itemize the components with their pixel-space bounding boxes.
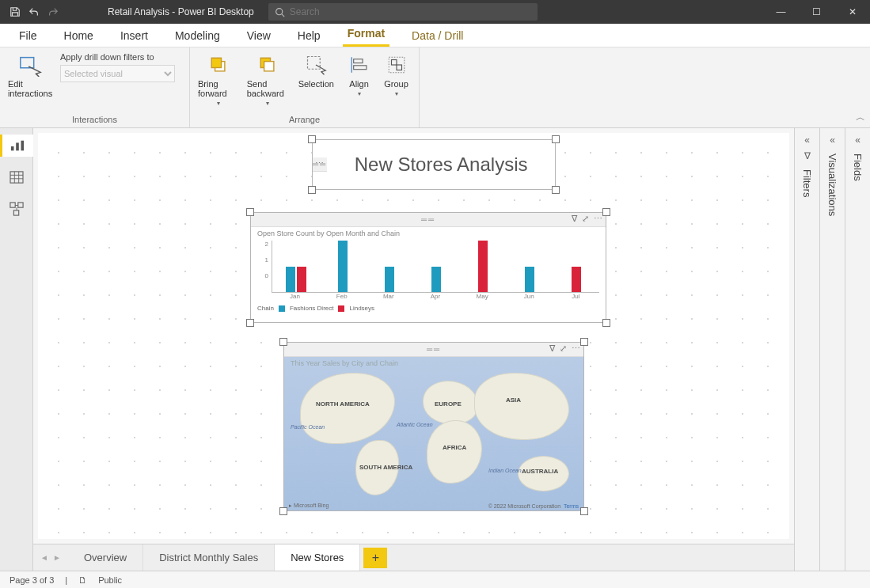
focus-icon[interactable]: ⤢ — [560, 343, 567, 354]
svg-rect-10 — [353, 66, 366, 70]
chevron-down-icon: ▾ — [395, 90, 398, 97]
filter-icon[interactable]: ∇ — [549, 343, 555, 354]
drill-filter-select[interactable]: Selected visual — [60, 65, 175, 82]
resize-handle[interactable] — [580, 507, 588, 515]
svg-rect-24 — [13, 211, 18, 215]
tab-format[interactable]: Format — [343, 22, 389, 47]
chevron-down-icon: ▾ — [358, 90, 361, 97]
align-button[interactable]: Align ▾ — [344, 52, 374, 97]
ribbon: Edit interactions Apply drill down filte… — [0, 47, 870, 128]
resize-handle[interactable] — [279, 507, 287, 515]
ocean-atlantic: Atlantic Ocean — [397, 422, 433, 427]
drill-filter-caption: Apply drill down filters to — [60, 52, 175, 62]
resize-handle[interactable] — [246, 319, 254, 327]
send-backward-button[interactable]: Send backward ▾ — [247, 52, 288, 107]
bring-forward-button[interactable]: Bring forward ▾ — [198, 52, 239, 107]
tab-modeling[interactable]: Modeling — [170, 25, 225, 47]
fields-pane[interactable]: « Fields — [845, 128, 870, 571]
nav-report-icon[interactable] — [0, 135, 33, 157]
search-icon — [275, 7, 285, 17]
map-visual[interactable]: ══ ∇⤢⋯ This Year Sales by City and Chain… — [283, 342, 584, 511]
map-label-sa: SOUTH AMERICA — [359, 464, 412, 471]
ocean-indian: Indian Ocean — [488, 468, 522, 473]
prev-page-icon[interactable]: ◄ — [40, 553, 48, 562]
filter-icon[interactable]: ∇ — [572, 214, 577, 224]
ribbon-group-arrange: Arrange — [198, 113, 411, 126]
more-icon[interactable]: ⋯ — [572, 343, 580, 354]
more-icon[interactable]: ⋯ — [315, 158, 324, 169]
resize-handle[interactable] — [246, 208, 254, 216]
resize-handle[interactable] — [279, 338, 287, 346]
visualizations-label: Visualizations — [826, 154, 838, 216]
align-label: Align — [349, 79, 368, 89]
status-public: Public — [98, 575, 122, 585]
save-icon[interactable] — [8, 5, 22, 19]
close-button[interactable]: ✕ — [834, 0, 870, 24]
more-icon[interactable]: ⋯ — [594, 214, 602, 224]
resize-handle[interactable] — [552, 135, 560, 143]
undo-icon[interactable] — [27, 5, 41, 19]
title-visual[interactable]: ══ ⋯ New Stores Analysis — [312, 139, 556, 190]
add-page-button[interactable]: + — [363, 548, 387, 568]
redo-icon[interactable] — [46, 5, 60, 19]
resize-handle[interactable] — [308, 186, 316, 194]
page-tab[interactable]: District Monthly Sales — [143, 544, 275, 571]
page-tab[interactable]: Overview — [68, 544, 143, 571]
maximize-button[interactable]: ☐ — [799, 0, 834, 24]
nav-data-icon[interactable] — [4, 166, 29, 188]
map-label-na: NORTH AMERICA — [316, 400, 370, 408]
legend-li: Lindseys — [349, 305, 374, 312]
expand-icon[interactable]: « — [830, 135, 835, 146]
visualizations-pane[interactable]: « Visualizations — [819, 128, 845, 571]
page-tab[interactable]: New Stores — [275, 544, 360, 571]
resize-handle[interactable] — [602, 208, 610, 216]
svg-line-1 — [282, 13, 284, 16]
selection-button[interactable]: Selection — [295, 52, 336, 89]
next-page-icon[interactable]: ► — [53, 553, 61, 562]
resize-handle[interactable] — [580, 338, 588, 346]
tab-data-drill[interactable]: Data / Drill — [407, 25, 468, 47]
focus-icon[interactable]: ⤢ — [582, 214, 589, 224]
resize-handle[interactable] — [602, 319, 610, 327]
nav-model-icon[interactable] — [4, 198, 29, 220]
drag-grip-icon[interactable]: ══ — [427, 345, 441, 354]
legend-swatch-li — [338, 305, 344, 312]
map-label-as: ASIA — [506, 396, 521, 404]
y-axis: 210 — [257, 241, 268, 279]
resize-handle[interactable] — [552, 186, 560, 194]
tab-file[interactable]: File — [14, 25, 42, 47]
bar — [297, 267, 306, 293]
search-input[interactable] — [290, 6, 531, 17]
expand-icon[interactable]: « — [804, 135, 810, 146]
map-label-eu: EUROPE — [435, 400, 462, 408]
filters-pane[interactable]: « ∇ Filters — [794, 128, 819, 571]
collapse-ribbon-icon[interactable]: ︿ — [856, 111, 865, 124]
bar-chart-visual[interactable]: ══ ∇⤢⋯ Open Store Count by Open Month an… — [250, 212, 606, 323]
expand-icon[interactable]: « — [855, 135, 861, 146]
report-canvas[interactable]: ══ ⋯ New Stores Analysis ══ ∇⤢⋯ Open Sto… — [38, 133, 789, 539]
drag-grip-icon[interactable]: ══ — [421, 215, 435, 224]
fields-label: Fields — [852, 154, 864, 181]
selection-label: Selection — [298, 79, 334, 89]
search-box[interactable] — [268, 3, 538, 21]
svg-rect-14 — [11, 146, 14, 150]
tab-insert[interactable]: Insert — [116, 25, 153, 47]
x-axis-labels: JanFebMarAprMayJunJul — [272, 293, 599, 300]
edit-interactions-icon — [17, 52, 43, 78]
tab-help[interactable]: Help — [293, 25, 325, 47]
bar — [525, 267, 534, 293]
tab-view[interactable]: View — [242, 25, 275, 47]
minimize-button[interactable]: ― — [763, 0, 799, 24]
left-nav — [0, 128, 33, 571]
terms-link[interactable]: Terms — [564, 503, 579, 509]
edit-interactions-button[interactable]: Edit interactions — [8, 52, 52, 98]
resize-handle[interactable] — [308, 135, 316, 143]
legend-title: Chain — [257, 305, 274, 312]
group-button[interactable]: Group ▾ — [382, 52, 411, 97]
svg-rect-2 — [21, 58, 34, 68]
chevron-down-icon: ▾ — [217, 100, 220, 107]
bar-legend: Chain Fashions Direct Lindseys — [251, 302, 606, 315]
tab-home[interactable]: Home — [59, 25, 98, 47]
bar — [431, 267, 441, 293]
map-body: This Year Sales by City and Chain NORTH … — [284, 357, 583, 510]
